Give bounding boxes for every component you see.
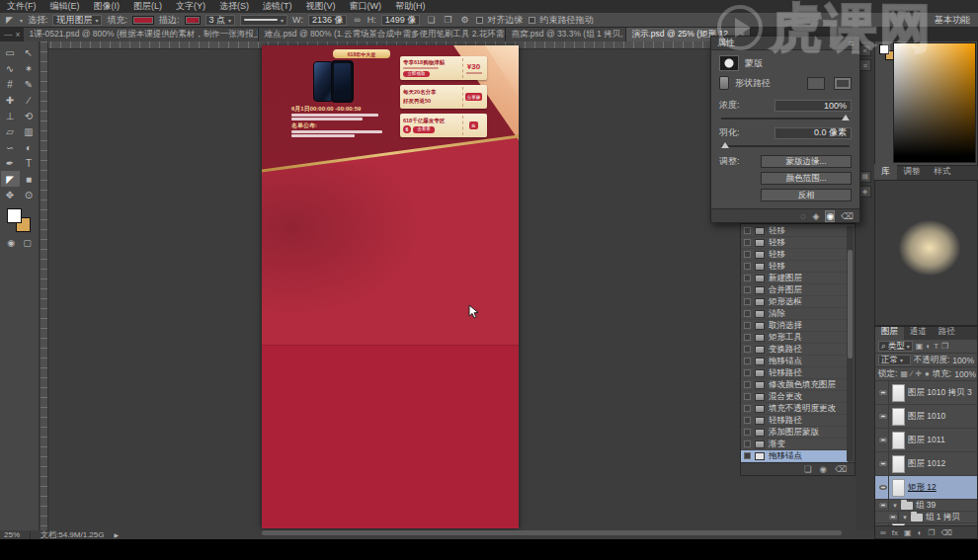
filter-type-icon[interactable]: T xyxy=(934,342,938,351)
history-scrollbar[interactable] xyxy=(847,226,854,461)
layers-panel-tab[interactable]: 图层 xyxy=(875,326,904,340)
height-field[interactable]: 1499 像 xyxy=(381,15,421,26)
history-state-row[interactable]: 填充不透明度更改 xyxy=(741,403,848,415)
path-operations-icon[interactable]: ❏ xyxy=(425,15,437,25)
zoom-level-field[interactable]: 25% xyxy=(4,530,20,539)
group-expander-icon[interactable]: ▼ xyxy=(892,503,898,509)
history-state-row[interactable]: 混合更改 xyxy=(741,391,848,403)
quick-mask-icon[interactable]: ◉ xyxy=(7,238,15,248)
new-snapshot-icon[interactable]: ◉ xyxy=(820,464,827,474)
history-state-row[interactable]: 清除 xyxy=(741,308,848,320)
load-selection-from-mask-icon[interactable]: ◌ xyxy=(800,211,805,221)
color-range-button[interactable]: 颜色范围... xyxy=(761,172,852,185)
filter-group-icon[interactable]: ❐ xyxy=(941,342,948,351)
history-state-row[interactable]: 新建图层 xyxy=(741,273,848,284)
new-document-from-state-icon[interactable]: ❏ xyxy=(804,464,812,474)
link-layers-icon[interactable]: ∞ xyxy=(880,528,886,537)
screen-mode-icon[interactable]: ▢ xyxy=(23,238,32,248)
stroke-style-dropdown[interactable]: ▾ xyxy=(240,15,287,26)
history-source-checkbox[interactable] xyxy=(744,334,751,341)
layer-thumbnail[interactable] xyxy=(892,432,905,449)
menu-item[interactable]: 帮助(H) xyxy=(388,0,433,13)
crop-tool[interactable]: # xyxy=(1,76,20,92)
history-source-checkbox[interactable] xyxy=(744,239,751,246)
menu-item[interactable]: 文件(F) xyxy=(0,0,43,13)
lasso-tool[interactable]: ∿ xyxy=(1,60,20,76)
path-alignment-icon[interactable]: ❐ xyxy=(442,15,453,25)
apply-mask-icon[interactable]: ◈ xyxy=(812,211,819,221)
visibility-eye-icon[interactable] xyxy=(877,381,889,404)
feather-value-field[interactable]: 0.0 像素 xyxy=(774,127,852,139)
magic-wand-tool[interactable]: ✶ xyxy=(20,60,39,76)
history-brush-tool[interactable]: ⟲ xyxy=(20,108,39,123)
enable-mask-eye-icon[interactable]: ◉ xyxy=(826,211,834,221)
history-source-checkbox[interactable] xyxy=(744,310,751,317)
layer-row[interactable]: ▼ 组 39 xyxy=(875,500,977,512)
panel-tab[interactable]: 样式 xyxy=(928,164,958,180)
dodge-tool[interactable]: ◐ xyxy=(20,139,39,155)
menu-item[interactable]: 窗口(W) xyxy=(343,0,389,13)
history-state-row[interactable]: 轻移路径 xyxy=(741,367,848,379)
add-vector-mask-button[interactable] xyxy=(834,77,852,90)
group-expander-icon[interactable]: ▼ xyxy=(902,515,908,520)
document-tab[interactable]: 难点.psd @ 800% (1.云霄场景合成中需多使用笔刷工具 2.花环需要调… xyxy=(259,28,506,41)
layer-thumbnail[interactable] xyxy=(892,384,905,402)
layer-row[interactable]: ▼ 图层 1010 xyxy=(875,405,977,429)
history-source-checkbox[interactable] xyxy=(744,369,751,376)
density-slider[interactable] xyxy=(721,118,850,120)
type-tool[interactable]: T xyxy=(20,155,39,171)
history-source-checkbox[interactable] xyxy=(744,429,751,436)
layer-thumbnail[interactable] xyxy=(892,455,905,473)
visibility-eye-icon[interactable] xyxy=(877,476,889,499)
layer-row[interactable]: ▼ 图层 1011 xyxy=(875,429,977,452)
density-value-field[interactable]: 100% xyxy=(774,100,852,112)
tab-overflow-close-icon[interactable]: × xyxy=(16,30,21,40)
history-source-checkbox[interactable] xyxy=(744,263,751,270)
brush-tool[interactable]: ∕ xyxy=(20,92,39,108)
visibility-eye-icon[interactable] xyxy=(877,500,889,511)
layer-style-fx-icon[interactable]: fx xyxy=(892,528,898,537)
delete-state-icon[interactable]: ⌫ xyxy=(835,464,847,474)
history-source-checkbox[interactable] xyxy=(744,417,751,424)
width-field[interactable]: 2136 像 xyxy=(308,15,348,26)
menu-item[interactable]: 滤镜(T) xyxy=(256,0,299,13)
history-state-row[interactable]: 拖移锚点 xyxy=(741,450,848,462)
rectangle-tool[interactable]: ■ xyxy=(20,171,39,187)
history-source-checkbox[interactable] xyxy=(744,298,751,305)
history-state-row[interactable]: 修改颜色填充图层 xyxy=(741,379,848,391)
tab-overflow-min-icon[interactable]: — xyxy=(4,30,13,40)
foreground-color-swatch[interactable] xyxy=(7,208,22,223)
history-source-checkbox[interactable] xyxy=(744,286,751,293)
history-state-row[interactable]: 矩形选框 xyxy=(741,296,848,308)
history-source-checkbox[interactable] xyxy=(744,227,751,234)
fill-value[interactable]: 100% xyxy=(954,369,976,379)
horizontal-scrollbar[interactable] xyxy=(262,530,842,535)
layer-row[interactable]: ▼ 矩形 12 xyxy=(875,476,977,500)
constrain-path-checkbox[interactable] xyxy=(529,17,535,24)
history-source-checkbox[interactable] xyxy=(744,452,751,459)
menu-item[interactable]: 图像(I) xyxy=(87,0,127,13)
history-state-row[interactable]: 合并图层 xyxy=(741,284,848,296)
invert-button[interactable]: 反相 xyxy=(761,189,852,201)
stroke-color-swatch[interactable] xyxy=(185,16,201,25)
canvas-document[interactable]: 618年中大促 6月1日00:00:00 -00:00:59 名单公布: 专享6… xyxy=(262,45,519,528)
history-state-row[interactable]: 变换路径 xyxy=(741,344,848,356)
hand-tool[interactable]: ✥ xyxy=(1,187,20,202)
history-source-checkbox[interactable] xyxy=(744,251,751,258)
menu-item[interactable]: 视图(V) xyxy=(299,0,343,13)
snap-edges-checkbox[interactable] xyxy=(476,17,483,24)
rectangular-marquee-tool[interactable]: ▭ xyxy=(1,44,20,60)
layer-row[interactable]: ▼ 图层 1012 xyxy=(875,452,977,476)
delete-layer-icon[interactable]: ⌫ xyxy=(941,528,952,537)
clone-stamp-tool[interactable]: ⊥ xyxy=(1,108,20,123)
menu-item[interactable]: 图层(L) xyxy=(126,0,169,13)
healing-brush-tool[interactable]: ✚ xyxy=(1,92,20,108)
foreground-color-swatch[interactable] xyxy=(879,44,889,54)
history-state-row[interactable]: 取消选择 xyxy=(741,320,848,332)
panel-tab[interactable]: 库 xyxy=(874,164,897,180)
history-state-row[interactable]: 矩形工具 xyxy=(741,332,848,344)
history-source-checkbox[interactable] xyxy=(744,346,751,353)
history-state-row[interactable]: 拖移锚点 xyxy=(741,356,848,367)
pen-tool[interactable]: ✒ xyxy=(1,155,20,171)
visibility-eye-icon[interactable] xyxy=(887,512,899,522)
